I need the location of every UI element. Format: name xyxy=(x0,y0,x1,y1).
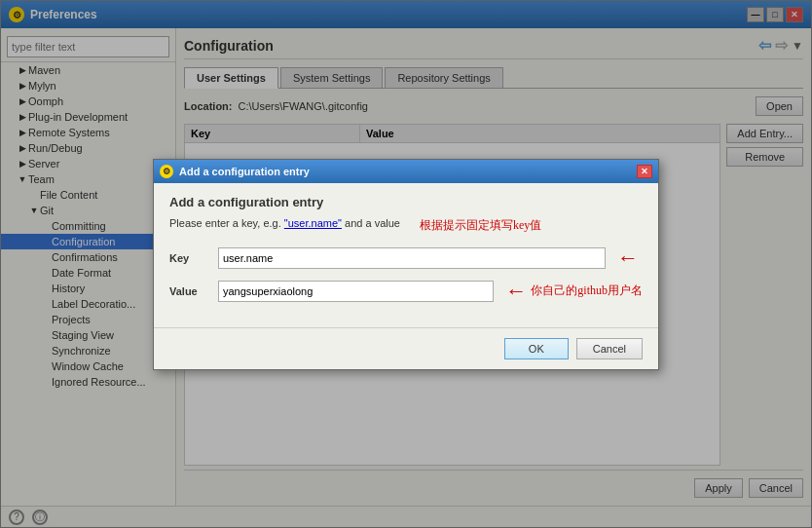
dialog-cancel-button[interactable]: Cancel xyxy=(576,338,643,359)
dialog-section-title: Add a configuration entry xyxy=(169,195,643,209)
dialog-title: Add a configuration entry xyxy=(179,166,310,177)
dialog-close-button[interactable]: ✕ xyxy=(637,165,652,178)
dialog-instruction: Please enter a key, e.g. "user.name" and… xyxy=(169,217,400,229)
value-arrow-icon: ← xyxy=(505,279,527,304)
value-input[interactable] xyxy=(218,281,494,302)
key-label: Key xyxy=(169,252,218,264)
key-row: Key ← xyxy=(169,245,643,271)
dialog-icon: ⚙ xyxy=(160,165,173,178)
dialog-footer: OK Cancel xyxy=(154,327,658,369)
dialog-body: Add a configuration entry Please enter a… xyxy=(154,183,658,323)
value-row: Value ← 你自己的github用户名 xyxy=(169,279,643,304)
add-config-dialog: ⚙ Add a configuration entry ✕ Add a conf… xyxy=(153,159,659,370)
dialog-title-bar: ⚙ Add a configuration entry ✕ xyxy=(154,160,658,183)
key-input[interactable] xyxy=(218,247,606,269)
ok-button[interactable]: OK xyxy=(504,338,569,359)
value-label: Value xyxy=(169,285,218,297)
key-example: "user.name" xyxy=(284,217,342,229)
annotation-value-text: 你自己的github用户名 xyxy=(531,283,643,299)
annotation-key-text: 根据提示固定填写key值 xyxy=(420,217,541,234)
dialog-overlay: ⚙ Add a configuration entry ✕ Add a conf… xyxy=(0,0,812,528)
key-arrow-icon: ← xyxy=(617,245,639,271)
